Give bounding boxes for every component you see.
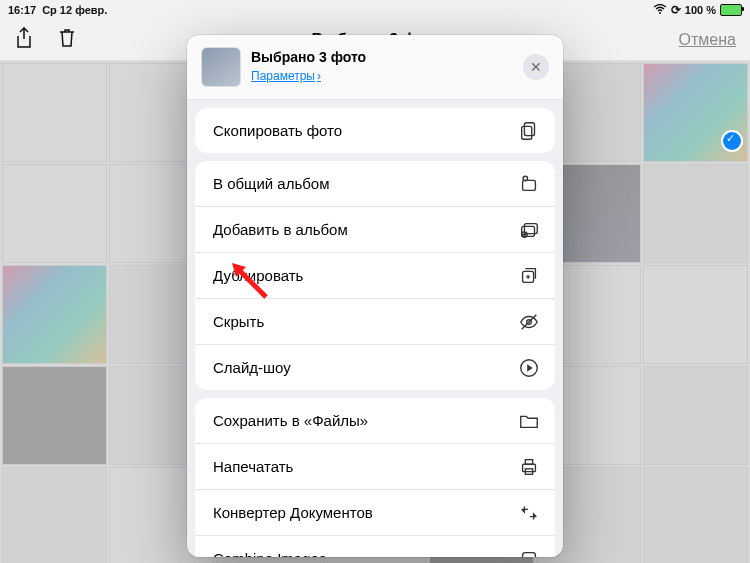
- action-group: Сохранить в «Файлы» Напечатать Конвертер…: [195, 398, 555, 557]
- action-label: Напечатать: [213, 458, 517, 475]
- options-link[interactable]: Параметры ›: [251, 69, 321, 83]
- shared-album-icon: [517, 172, 541, 196]
- action-label: В общий альбом: [213, 175, 517, 192]
- action-label: Слайд-шоу: [213, 359, 517, 376]
- action-label: Скопировать фото: [213, 122, 517, 139]
- share-icon[interactable]: [14, 27, 34, 53]
- battery-percent: 100 %: [685, 4, 716, 16]
- sheet-title: Выбрано 3 фото: [251, 50, 366, 65]
- duplicate-icon: [517, 264, 541, 288]
- orientation-lock-icon: ⟳: [671, 3, 681, 17]
- action-add-to-album[interactable]: Добавить в альбом: [195, 206, 555, 252]
- close-icon: ✕: [530, 59, 542, 75]
- svg-rect-11: [523, 464, 536, 471]
- status-bar: 16:17 Ср 12 февр. ⟳ 100 %: [0, 0, 750, 20]
- action-label: Добавить в альбом: [213, 221, 517, 238]
- printer-icon: [517, 455, 541, 479]
- action-document-converter[interactable]: Конвертер Документов: [195, 489, 555, 535]
- date: Ср 12 февр.: [42, 4, 107, 16]
- svg-rect-3: [523, 180, 536, 190]
- svg-rect-2: [522, 126, 532, 139]
- clock: 16:17: [8, 4, 36, 16]
- chevron-right-icon: ›: [317, 69, 321, 83]
- action-label: Скрыть: [213, 313, 517, 330]
- action-group: В общий альбом Добавить в альбом Дублиро…: [195, 161, 555, 390]
- action-label: Дублировать: [213, 267, 517, 284]
- trash-icon[interactable]: [58, 28, 76, 52]
- action-save-to-files[interactable]: Сохранить в «Файлы»: [195, 398, 555, 443]
- copy-icon: [517, 119, 541, 143]
- svg-rect-1: [524, 122, 534, 135]
- sheet-body: Скопировать фото В общий альбом Добавить…: [187, 100, 563, 557]
- svg-rect-12: [525, 459, 532, 464]
- add-album-icon: [517, 218, 541, 242]
- hide-icon: [517, 310, 541, 334]
- convert-icon: [517, 501, 541, 525]
- action-label: Сохранить в «Файлы»: [213, 412, 517, 429]
- action-label: Combine Images: [213, 550, 517, 557]
- close-button[interactable]: ✕: [523, 54, 549, 80]
- action-group: Скопировать фото: [195, 108, 555, 153]
- selection-check-icon[interactable]: [721, 130, 743, 152]
- action-label: Конвертер Документов: [213, 504, 517, 521]
- action-slideshow[interactable]: Слайд-шоу: [195, 344, 555, 390]
- action-shared-album[interactable]: В общий альбом: [195, 161, 555, 206]
- action-hide[interactable]: Скрыть: [195, 298, 555, 344]
- svg-rect-14: [523, 552, 536, 557]
- preview-thumb: [201, 47, 241, 87]
- sheet-header: Выбрано 3 фото Параметры › ✕: [187, 35, 563, 100]
- action-copy-photo[interactable]: Скопировать фото: [195, 108, 555, 153]
- svg-point-4: [523, 176, 528, 181]
- folder-icon: [517, 409, 541, 433]
- wifi-icon: [653, 4, 667, 16]
- battery-icon: [720, 4, 742, 16]
- action-combine-images[interactable]: Combine Images: [195, 535, 555, 557]
- action-duplicate[interactable]: Дублировать: [195, 252, 555, 298]
- play-icon: [517, 356, 541, 380]
- square-icon: [517, 547, 541, 558]
- action-print[interactable]: Напечатать: [195, 443, 555, 489]
- cancel-button[interactable]: Отмена: [679, 31, 736, 49]
- share-sheet: Выбрано 3 фото Параметры › ✕ Скопировать…: [187, 35, 563, 557]
- svg-point-0: [659, 12, 661, 14]
